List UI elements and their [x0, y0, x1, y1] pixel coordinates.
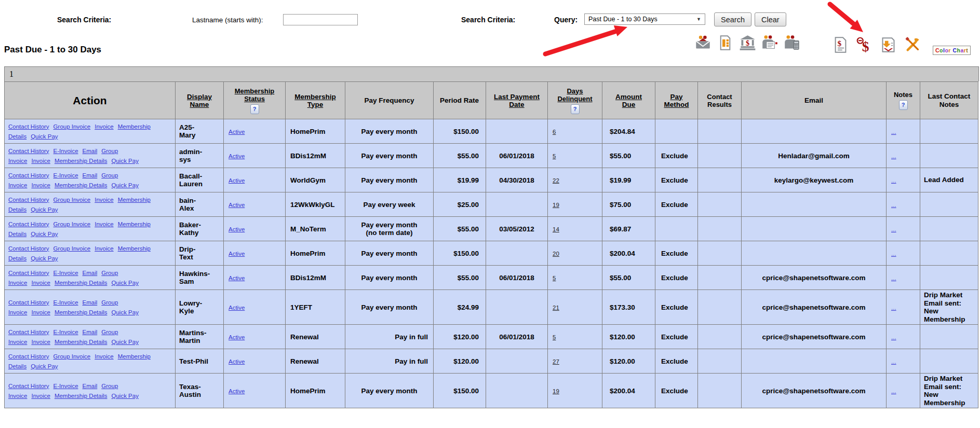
action-link-quick-pay[interactable]: Quick Pay: [112, 309, 139, 315]
membership-status-link[interactable]: Active: [229, 251, 245, 257]
lastname-input[interactable]: [283, 14, 358, 25]
action-link-membership-details[interactable]: Membership Details: [55, 309, 108, 315]
action-link-email[interactable]: Email: [83, 383, 98, 389]
days-delinquent-link[interactable]: 14: [553, 226, 559, 232]
action-link-quick-pay[interactable]: Quick Pay: [31, 206, 58, 213]
action-link-quick-pay[interactable]: Quick Pay: [31, 231, 58, 237]
action-link-contact-history[interactable]: Contact History: [8, 221, 49, 227]
days-delinquent-link[interactable]: 21: [553, 305, 559, 311]
action-link-contact-history[interactable]: Contact History: [8, 148, 49, 154]
action-link-invoice[interactable]: Invoice: [31, 158, 50, 164]
receive-payments-icon[interactable]: [880, 36, 897, 53]
help-icon[interactable]: ?: [571, 104, 580, 114]
action-link-group-invoice[interactable]: Group Invoice: [53, 123, 91, 130]
email-members-icon[interactable]: [694, 34, 711, 51]
past-due-icon[interactable]: $: [856, 36, 873, 53]
days-delinquent-link[interactable]: 19: [553, 202, 559, 208]
notes-link[interactable]: ...: [891, 226, 896, 232]
action-link-contact-history[interactable]: Contact History: [8, 197, 49, 203]
call-members-icon[interactable]: [784, 34, 801, 51]
action-link-contact-history[interactable]: Contact History: [8, 299, 49, 306]
help-icon[interactable]: ?: [250, 104, 259, 114]
action-link-invoice[interactable]: Invoice: [95, 197, 113, 203]
membership-status-link[interactable]: Active: [229, 129, 245, 135]
column-header-membership-status[interactable]: Membership Status?: [224, 82, 286, 119]
invoice-batch-icon[interactable]: [717, 34, 734, 51]
action-link-quick-pay[interactable]: Quick Pay: [112, 280, 139, 286]
action-link-invoice[interactable]: Invoice: [31, 393, 50, 399]
action-link-quick-pay[interactable]: Quick Pay: [31, 133, 58, 140]
notes-link[interactable]: ...: [891, 305, 896, 311]
notes-link[interactable]: ...: [891, 275, 896, 281]
notes-link[interactable]: ...: [891, 334, 896, 340]
notes-link[interactable]: ...: [891, 251, 896, 257]
column-header-days-delinquent[interactable]: Days Delinquent?: [548, 82, 602, 119]
action-link-quick-pay[interactable]: Quick Pay: [112, 182, 139, 188]
membership-status-link[interactable]: Active: [229, 358, 245, 365]
help-icon[interactable]: ?: [899, 100, 908, 110]
action-link-e-invoice[interactable]: E-Invoice: [53, 148, 78, 154]
notes-link[interactable]: ...: [891, 129, 896, 135]
action-link-e-invoice[interactable]: E-Invoice: [53, 383, 78, 389]
column-header-membership-type[interactable]: Membership Type: [286, 82, 345, 119]
pagination-bar[interactable]: 1: [4, 66, 979, 81]
column-header-last-payment-date[interactable]: Last Payment Date: [486, 82, 548, 119]
action-link-membership-details[interactable]: Membership Details: [55, 339, 108, 345]
action-link-membership-details[interactable]: Membership Details: [55, 182, 108, 188]
page-number[interactable]: 1: [9, 70, 14, 79]
membership-status-link[interactable]: Active: [229, 177, 245, 184]
action-link-email[interactable]: Email: [83, 299, 98, 306]
column-header-display-name[interactable]: Display Name: [176, 82, 224, 119]
membership-status-link[interactable]: Active: [229, 305, 245, 311]
membership-status-link[interactable]: Active: [229, 275, 245, 281]
action-link-invoice[interactable]: Invoice: [31, 309, 50, 315]
search-button[interactable]: Search: [714, 12, 751, 26]
action-link-email[interactable]: Email: [83, 270, 98, 276]
column-header-pay-method[interactable]: Pay Method: [655, 82, 698, 119]
action-link-quick-pay[interactable]: Quick Pay: [112, 158, 139, 164]
action-link-invoice[interactable]: Invoice: [95, 353, 113, 360]
notes-link[interactable]: ...: [891, 358, 896, 365]
days-delinquent-link[interactable]: 5: [553, 334, 556, 340]
days-delinquent-link[interactable]: 5: [553, 275, 556, 281]
action-link-quick-pay[interactable]: Quick Pay: [112, 393, 139, 399]
action-link-invoice[interactable]: Invoice: [95, 245, 113, 252]
action-link-email[interactable]: Email: [83, 172, 98, 178]
action-link-group-invoice[interactable]: Group Invoice: [53, 353, 91, 360]
action-link-membership-details[interactable]: Membership Details: [55, 280, 108, 286]
action-link-membership-details[interactable]: Membership Details: [55, 158, 108, 164]
action-link-membership-details[interactable]: Membership Details: [55, 393, 108, 399]
statements-icon[interactable]: $: [832, 36, 849, 53]
query-dropdown[interactable]: Past Due - 1 to 30 Days ▼: [584, 13, 705, 25]
days-delinquent-link[interactable]: 20: [553, 251, 559, 257]
action-link-email[interactable]: Email: [83, 329, 98, 335]
action-link-contact-history[interactable]: Contact History: [8, 245, 49, 252]
action-link-quick-pay[interactable]: Quick Pay: [31, 255, 58, 261]
action-link-e-invoice[interactable]: E-Invoice: [53, 299, 78, 306]
action-link-contact-history[interactable]: Contact History: [8, 329, 49, 335]
membership-status-link[interactable]: Active: [229, 388, 245, 394]
membership-status-link[interactable]: Active: [229, 202, 245, 208]
action-link-invoice[interactable]: Invoice: [31, 339, 50, 345]
action-link-invoice[interactable]: Invoice: [95, 221, 113, 227]
action-link-invoice[interactable]: Invoice: [95, 123, 113, 130]
color-chart-button[interactable]: Color Chart: [933, 46, 971, 55]
notes-link[interactable]: ...: [891, 202, 896, 208]
action-link-contact-history[interactable]: Contact History: [8, 353, 49, 360]
days-delinquent-link[interactable]: 5: [553, 153, 556, 159]
action-link-contact-history[interactable]: Contact History: [8, 172, 49, 178]
tools-icon[interactable]: [904, 36, 921, 53]
membership-status-link[interactable]: Active: [229, 226, 245, 232]
notes-link[interactable]: ...: [891, 153, 896, 159]
days-delinquent-link[interactable]: 22: [553, 177, 559, 184]
action-link-e-invoice[interactable]: E-Invoice: [53, 172, 78, 178]
days-delinquent-link[interactable]: 19: [553, 388, 559, 394]
action-link-e-invoice[interactable]: E-Invoice: [53, 329, 78, 335]
column-header-amount-due[interactable]: Amount Due: [602, 82, 655, 119]
bank-draft-icon[interactable]: $: [739, 34, 756, 51]
action-link-contact-history[interactable]: Contact History: [8, 270, 49, 276]
action-link-contact-history[interactable]: Contact History: [8, 123, 49, 130]
notes-link[interactable]: ...: [891, 388, 896, 394]
action-link-quick-pay[interactable]: Quick Pay: [112, 339, 139, 345]
action-link-invoice[interactable]: Invoice: [31, 182, 50, 188]
